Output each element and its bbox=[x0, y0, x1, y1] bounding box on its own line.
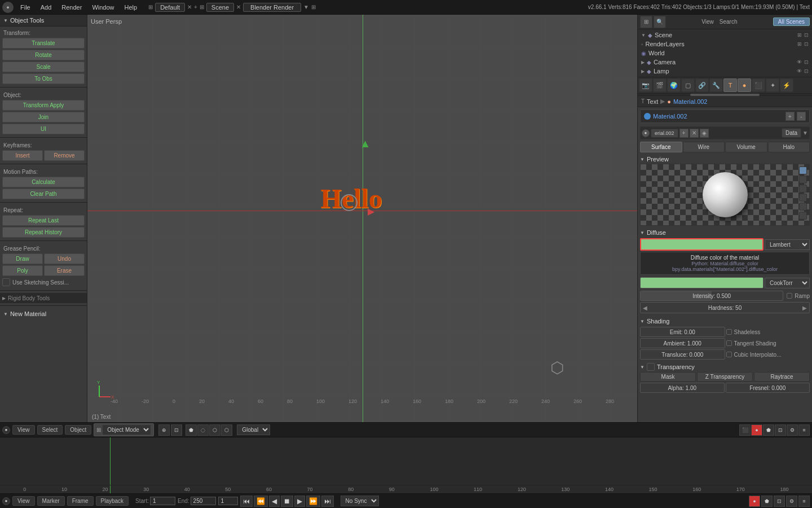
play-btn[interactable]: ▶ bbox=[294, 496, 305, 507]
anim-bottom-btn[interactable]: ⬟ bbox=[761, 496, 773, 507]
menu-render[interactable]: Render bbox=[57, 3, 86, 12]
ramp-checkbox[interactable] bbox=[787, 293, 792, 299]
z-transparency-btn[interactable]: Z Transparency bbox=[697, 372, 753, 382]
rotate-btn[interactable]: Rotate bbox=[2, 50, 85, 60]
physics-icon[interactable]: ⚡ bbox=[780, 78, 793, 92]
halo-tab[interactable]: Halo bbox=[768, 142, 810, 152]
frame-menu[interactable]: Frame bbox=[67, 496, 94, 506]
play-reverse-btn[interactable]: ◀ bbox=[269, 496, 280, 507]
render-icon-btn[interactable]: ⬛ bbox=[739, 424, 751, 436]
preview-sky-btn[interactable] bbox=[799, 212, 807, 220]
raytrace-btn[interactable]: Raytrace bbox=[754, 372, 810, 382]
timeline-view-menu[interactable]: View bbox=[12, 496, 35, 506]
diffuse-color-swatch[interactable] bbox=[640, 238, 764, 251]
sync-icon[interactable]: ⊡ bbox=[775, 424, 786, 436]
object-icon[interactable]: ▢ bbox=[681, 78, 695, 92]
fresnel-slider[interactable]: Fresnel: 0.000 bbox=[726, 383, 810, 393]
mode-icon2[interactable]: ◌ bbox=[197, 424, 209, 436]
texture-icon[interactable]: ⬛ bbox=[752, 78, 765, 92]
ambient-slider[interactable]: Ambient: 1.000 bbox=[640, 338, 725, 348]
add-material-btn[interactable]: + bbox=[785, 112, 795, 121]
erase-btn[interactable]: Erase bbox=[44, 265, 85, 276]
data-btn[interactable]: Data bbox=[782, 128, 801, 138]
mode-icon3[interactable]: ⬡ bbox=[209, 424, 220, 436]
scene-item[interactable]: ▼ ◆ Scene ⊞ ⊡ bbox=[638, 30, 812, 40]
pivot-select[interactable]: Global bbox=[237, 424, 270, 435]
prop-toggle-icon[interactable]: ● bbox=[642, 129, 650, 137]
remove-material-btn[interactable]: - bbox=[797, 112, 806, 121]
view-menu[interactable]: View bbox=[12, 425, 35, 435]
second-shader-select[interactable]: CookTorr bbox=[765, 278, 810, 288]
surface-tab[interactable]: Surface bbox=[640, 142, 682, 152]
scroll-indicator[interactable] bbox=[638, 94, 812, 96]
alpha-slider[interactable]: Alpha: 1.00 bbox=[640, 383, 725, 393]
world-item[interactable]: ◉ World bbox=[638, 49, 812, 58]
frame-start-input[interactable] bbox=[150, 497, 175, 505]
transparency-header[interactable]: Transparency bbox=[640, 363, 810, 371]
all-scenes-btn[interactable]: All Scenes bbox=[773, 17, 810, 26]
renderer-box[interactable]: Blender Render bbox=[243, 3, 301, 12]
second-color-bar[interactable] bbox=[640, 277, 764, 288]
prop-copy-btn[interactable]: ◈ bbox=[700, 129, 709, 138]
shading-toggle[interactable]: Shading bbox=[640, 317, 810, 326]
preview-sphere-btn[interactable] bbox=[799, 167, 807, 174]
emit-slider[interactable]: Emit: 0.00 bbox=[640, 327, 725, 337]
draw-btn[interactable]: Draw bbox=[2, 253, 43, 264]
menu-file[interactable]: File bbox=[16, 3, 35, 12]
select-menu[interactable]: Select bbox=[37, 425, 63, 435]
view-bottom-btn[interactable]: ⊡ bbox=[774, 496, 785, 507]
lamp-item[interactable]: ▶ ◆ Lamp 👁 ⊡ bbox=[638, 67, 812, 76]
data-icon[interactable]: T bbox=[723, 78, 737, 92]
workspace-box[interactable]: Default bbox=[155, 3, 185, 12]
calculate-btn[interactable]: Calculate bbox=[2, 177, 85, 187]
prop-ctrl-btn[interactable]: erial.002 bbox=[651, 129, 678, 138]
transform-icon[interactable]: ⊕ bbox=[158, 424, 170, 436]
anim-icon[interactable]: ⬟ bbox=[763, 424, 774, 436]
sketching-checkbox[interactable] bbox=[2, 278, 10, 286]
viewport[interactable]: User Persp Hello ▲ ▶ ⬡ X Y (1) Te bbox=[87, 15, 637, 422]
clear-path-btn[interactable]: Clear Path bbox=[2, 189, 85, 199]
timeline-ctrl-icon[interactable]: ● bbox=[2, 497, 10, 505]
transform-apply-btn[interactable]: Transform Apply bbox=[2, 100, 85, 111]
preview-hair-btn[interactable] bbox=[799, 203, 807, 211]
scene-box[interactable]: Scene bbox=[206, 3, 234, 12]
prev-frame-btn[interactable]: ⏪ bbox=[254, 496, 268, 507]
remove-btn[interactable]: Remove bbox=[44, 150, 85, 161]
poly-btn[interactable]: Poly bbox=[2, 265, 43, 276]
frame-end-input[interactable] bbox=[191, 497, 216, 505]
transparency-checkbox[interactable] bbox=[647, 363, 655, 371]
intensity-slider[interactable]: Intensity: 0.500 bbox=[640, 291, 783, 301]
mode-icon4[interactable]: ⬡ bbox=[221, 424, 232, 436]
viewport-canvas[interactable]: User Persp Hello ▲ ▶ ⬡ X Y (1) Te bbox=[87, 15, 637, 422]
modifiers-icon[interactable]: 🔧 bbox=[709, 78, 723, 92]
render-icon[interactable]: 📷 bbox=[639, 78, 652, 92]
frame-current-input[interactable] bbox=[218, 497, 238, 505]
layout-bottom-btn[interactable]: ≡ bbox=[798, 496, 810, 507]
toobs-btn[interactable]: To Obs bbox=[2, 73, 85, 84]
stop-btn[interactable]: ⏹ bbox=[281, 496, 293, 507]
preview-toggle[interactable]: Preview bbox=[640, 155, 810, 164]
volume-tab[interactable]: Volume bbox=[725, 142, 767, 152]
object-menu[interactable]: Object bbox=[65, 425, 91, 435]
mode-icon1[interactable]: ⬟ bbox=[186, 424, 197, 436]
timeline-area[interactable]: 010203040 5060708090 100110120130140 150… bbox=[0, 437, 812, 493]
marker-menu[interactable]: Marker bbox=[37, 496, 65, 506]
particles-icon[interactable]: ✦ bbox=[766, 78, 779, 92]
world-icon[interactable]: 🌍 bbox=[667, 78, 681, 92]
repeat-last-btn[interactable]: Repeat Last bbox=[2, 215, 85, 226]
camera-item[interactable]: ▶ ◆ Camera 👁 ⊡ bbox=[638, 58, 812, 67]
view-btn[interactable]: ⊞ bbox=[640, 16, 652, 28]
menu-window[interactable]: Window bbox=[87, 3, 118, 12]
skip-start-btn[interactable]: ⏮ bbox=[240, 496, 253, 507]
insert-btn[interactable]: Insert bbox=[2, 150, 43, 161]
prop-add-btn[interactable]: + bbox=[679, 129, 689, 138]
skip-end-btn[interactable]: ⏭ bbox=[321, 496, 334, 507]
shadeless-checkbox[interactable] bbox=[726, 329, 732, 335]
diffuse-toggle[interactable]: Diffuse bbox=[640, 228, 810, 237]
mask-btn[interactable]: Mask bbox=[640, 372, 696, 382]
renderlayers-item[interactable]: ◦ RenderLayers ⊞ ⊡ bbox=[638, 40, 812, 49]
record-bottom-btn[interactable]: ● bbox=[749, 496, 760, 507]
repeat-history-btn[interactable]: Repeat History bbox=[2, 227, 85, 238]
rigidbody-header[interactable]: ▶ Rigid Body Tools bbox=[0, 293, 87, 303]
record-btn[interactable]: ● bbox=[751, 424, 762, 436]
